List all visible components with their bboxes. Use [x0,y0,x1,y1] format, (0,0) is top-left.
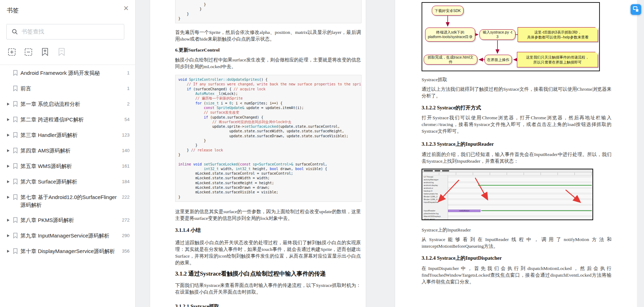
figure-caption: Systrace抓取 [422,76,612,83]
systrace-screenshot-figure: UI ThreadactivityManagerandroid.bgandroi… [422,169,593,220]
bookmark-item-page: 123 [122,131,130,139]
bookmark-item-label: 第二章 跨进程通信IPC解析 [20,116,122,124]
collapse-all-icon[interactable] [24,47,33,57]
add-bookmark-icon[interactable] [40,47,49,57]
bookmark-item[interactable]: 第六章 Surface源码解析184 [7,178,130,186]
bookmark-item[interactable]: 第八章 PKMS源码解析272 [7,216,130,224]
flow-node-operate-ui: 在界面上操作 [484,55,512,65]
bookmark-item-label: 第三章 Handler源码解析 [20,131,119,139]
bookmark-item-label: 第八章 PKMS源码解析 [20,216,119,224]
systrace-labels: UI ThreadactivityManagerandroid.bgandroi… [422,175,448,220]
bookmark-list: Android Framework 源码开发揭秘1前言1第一章 系统启动流程分析… [0,65,135,307]
expand-arrow-icon[interactable] [7,116,13,121]
flow-node-trace-done: 抓取完成，生成trace.html文件 [424,55,477,65]
systrace-ruler [422,173,592,175]
floating-tool-button[interactable] [631,4,641,15]
figure-caption: Systrace上的InputReader [422,227,612,233]
bookmark-item-page: 1 [127,85,130,92]
bookmark-item-page: 161 [122,162,130,170]
bookmark-item[interactable]: 第五章 WMS源码解析161 [7,162,130,170]
expand-arrow-icon [7,85,13,87]
bookmark-item-label: 第六章 Surface源码解析 [20,178,119,186]
section-heading: 3.1.2 通过Systrace看触摸小白点绘制过程中输入事件的传递 [175,270,361,277]
bookmark-item-page: 140 [122,147,130,155]
bookmark-item[interactable]: 第四章 AMS源码解析140 [7,147,130,155]
bookmark-item-page: 222 [122,193,130,201]
paragraph: 触摸小白点绘制过程中如果surface发生改变，则会做相应的处理，主要就是将改变… [175,56,361,70]
bookmark-icon [13,178,20,186]
bookmark-item-page: 54 [125,116,130,124]
flow-note-touch-only: 这里我们只关注触摸事件的传递流程， 所以只需要在界面上触摸即可 [517,52,598,67]
paragraph: 打开Systrace我们可以使用Chrome浏览器，打开Chrome浏览器，然后… [422,114,612,134]
close-icon[interactable]: ✕ [123,5,129,12]
bookmark-item-page: 184 [122,178,130,186]
list-heading: 6.更新SurfaceControl [175,47,361,53]
bookmark-item[interactable]: 前言1 [7,85,130,93]
bookmark-icon [13,193,20,201]
bookmark-item-label: 第五章 WMS源码解析 [20,162,119,170]
section-heading: 3.1.2.4 Systrace上的InputDispatcher [422,255,612,261]
bookmark-search-input[interactable] [22,29,124,35]
code-block-top: } } }} [175,0,362,23]
bookmark-item-label: 第七章 基于Android12.0的SurfaceFlinger源码解析 [20,193,119,209]
bookmark-item[interactable]: 第七章 基于Android12.0的SurfaceFlinger源码解析222 [7,193,130,209]
bookmark-icon [13,69,20,77]
expand-arrow-icon[interactable] [7,162,13,168]
expand-arrow-icon[interactable] [7,178,13,183]
ebook-reader-window: 书签 ✕ Android Framework 源码开发揭秘1前言1第 [0,0,644,307]
flow-node-run-systrace: 输入systrace.py -t 3 [479,29,515,40]
expand-arrow-icon[interactable] [7,131,13,137]
bookmark-icon [13,100,20,108]
flow-note-t3-param: 这里-t后面的3表示抓取3秒， 具体参数都可以使用--help参数来查看 [518,27,598,42]
bookmark-icon [13,216,20,224]
bookmark-item[interactable]: Android Framework 源码开发揭秘1 [7,69,130,77]
bookmark-search-box [6,24,124,40]
paragraph: 从Systrace能够看到在InputReader线程中，调用了notifyMo… [422,236,612,249]
search-icon [12,29,18,35]
systrace-lanes: notifyMotion [448,175,592,220]
bookmarks-sidebar: 书签 ✕ Android Framework 源码开发揭秘1前言1第 [0,0,136,307]
bookmark-item-page: 356 [122,247,130,255]
flow-node-download-sdk: 下载好安卓SDK [432,6,464,16]
bookmark-icon [13,162,20,170]
sidebar-title: 书签 [7,6,19,14]
expand-arrow-icon [7,69,13,72]
sidebar-toolbar [7,47,66,57]
document-page-left: } } }} 首先遍历每一个Sprite，然后会依次修改alpha、positi… [150,0,366,307]
bookmark-item[interactable]: 第十章 DisplayManagerService源码解析356 [7,247,130,255]
bookmark-item[interactable]: 第三章 Handler源码解析123 [7,131,130,139]
bookmark-item-label: 第十章 DisplayManagerService源码解析 [20,247,119,255]
expand-arrow-icon[interactable] [7,216,13,222]
bookmark-item-label: 第九章 InputManagerService源码解析 [20,232,119,240]
section-heading: 3.1.2.3 Systrace上的InputReader [422,141,612,148]
expand-arrow-icon[interactable] [7,193,13,199]
paragraph: 首先遍历每一个Sprite，然后会依次修改alpha、position、matr… [175,29,361,42]
code-block-main: void SpriteController::doUpdateSprites()… [175,75,362,202]
systrace-flowchart-figure: 下载好安卓SDK 终端进入sdk下的 platform-tools/systra… [422,2,600,71]
section-heading: 3.1.1.4 小结 [175,227,361,234]
expand-arrow-icon[interactable] [7,147,13,152]
bookmark-icon [13,131,20,139]
overlay-windows-icon [636,9,639,12]
expand-arrow-icon[interactable] [7,100,13,106]
section-heading: 3.1.2.2 Systrace的打开方式 [422,104,612,111]
bookmark-item-page: 1 [127,69,130,77]
document-page-right: 下载好安卓SDK 终端进入sdk下的 platform-tools/systra… [395,0,637,307]
expand-arrow-icon[interactable] [7,247,13,253]
bookmark-item[interactable]: 第九章 InputManagerService源码解析290 [7,232,130,240]
bookmark-item-label: 第一章 系统启动流程分析 [20,100,124,108]
sidebar-header: 书签 ✕ [0,0,135,20]
bookmark-icon [13,232,20,240]
expand-arrow-icon[interactable] [7,232,13,237]
section-heading: 3.1.2.1 Systrace抓取 [175,303,361,307]
bookmark-item[interactable]: 第二章 跨进程通信IPC解析54 [7,116,130,124]
bookmark-item-page: 2 [127,100,130,108]
bookmark-item-label: 前言 [20,85,124,92]
expand-all-icon[interactable] [7,47,16,57]
bookmark-item[interactable]: 第一章 系统启动流程分析2 [7,100,130,108]
paragraph: 通过前面的介绍，我们已经知道，输入事件首先会在InputReader中进行处理。… [422,151,612,164]
bookmark-item-page: 272 [122,216,130,224]
bookmark-item-page: 290 [122,232,130,240]
remove-bookmark-icon[interactable] [57,47,66,57]
bookmark-icon [13,116,20,124]
